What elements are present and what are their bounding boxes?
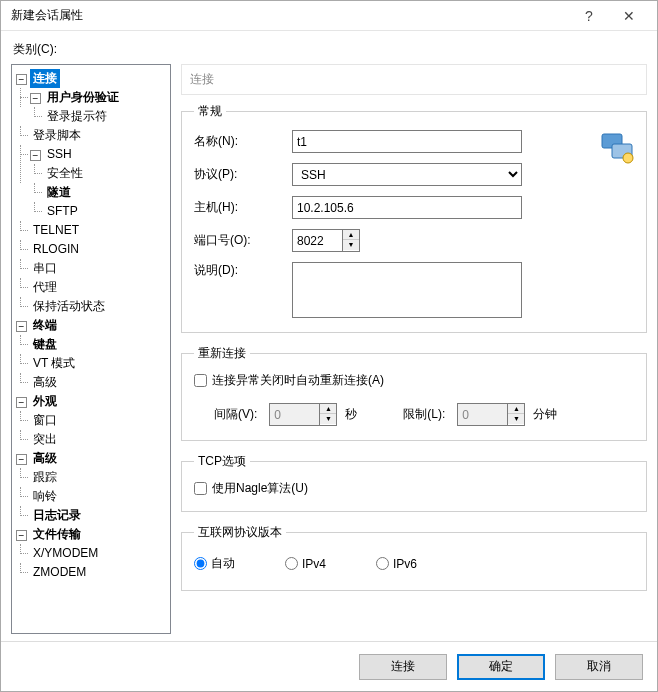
tree-filetransfer[interactable]: 文件传输	[30, 525, 84, 544]
tree-window[interactable]: 窗口	[30, 411, 60, 430]
limit-label: 限制(L):	[403, 406, 445, 423]
desc-label: 说明(D):	[194, 262, 284, 279]
tree-appearance[interactable]: 外观	[30, 392, 60, 411]
ok-button[interactable]: 确定	[457, 654, 545, 680]
category-label: 类别(C):	[13, 41, 647, 58]
panel-title: 连接	[181, 64, 647, 95]
tree-rlogin[interactable]: RLOGIN	[30, 240, 82, 259]
auto-reconnect-label: 连接异常关闭时自动重新连接(A)	[212, 372, 384, 389]
tree-login-script[interactable]: 登录脚本	[30, 126, 84, 145]
tree-telnet[interactable]: TELNET	[30, 221, 82, 240]
port-input[interactable]	[292, 229, 342, 252]
expand-icon[interactable]: −	[16, 74, 27, 85]
ipversion-legend: 互联网协议版本	[194, 524, 286, 541]
tree-serial[interactable]: 串口	[30, 259, 60, 278]
dialog-title: 新建会话属性	[11, 7, 569, 24]
tree-trace[interactable]: 跟踪	[30, 468, 60, 487]
limit-stepper: ▲▼	[457, 403, 525, 426]
desc-textarea[interactable]	[292, 262, 522, 318]
tree-logging[interactable]: 日志记录	[30, 506, 84, 525]
ip-v4-radio[interactable]: IPv4	[285, 557, 326, 571]
tree-tunnel[interactable]: 隧道	[44, 183, 74, 202]
tree-keepalive[interactable]: 保持活动状态	[30, 297, 108, 316]
spin-up-icon[interactable]: ▲	[343, 230, 359, 240]
tree-security[interactable]: 安全性	[44, 164, 86, 183]
session-icon	[598, 128, 638, 168]
port-stepper[interactable]: ▲▼	[292, 229, 360, 252]
protocol-select[interactable]: SSH	[292, 163, 522, 186]
port-label: 端口号(O):	[194, 232, 284, 249]
tree-advanced[interactable]: 高级	[30, 449, 60, 468]
help-icon[interactable]: ?	[569, 8, 609, 24]
nagle-label: 使用Nagle算法(U)	[212, 480, 308, 497]
spin-down-icon[interactable]: ▼	[343, 240, 359, 250]
tree-ssh[interactable]: SSH	[44, 145, 75, 164]
interval-label: 间隔(V):	[214, 406, 257, 423]
spin-down-icon: ▼	[320, 414, 336, 424]
host-input[interactable]	[292, 196, 522, 219]
tree-login-prompt[interactable]: 登录提示符	[44, 107, 110, 126]
tcp-group: TCP选项 使用Nagle算法(U)	[181, 453, 647, 512]
tree-auth[interactable]: 用户身份验证	[44, 88, 122, 107]
general-group: 常规 名称(N): 协议(P): SSH 主机	[181, 103, 647, 333]
expand-icon[interactable]: −	[16, 454, 27, 465]
ip-v6-radio[interactable]: IPv6	[376, 557, 417, 571]
interval-unit: 秒	[345, 406, 357, 423]
tree-connection[interactable]: 连接	[30, 69, 60, 88]
tree-bell[interactable]: 响铃	[30, 487, 60, 506]
tree-highlight[interactable]: 突出	[30, 430, 60, 449]
spin-down-icon: ▼	[508, 414, 524, 424]
spin-up-icon: ▲	[320, 404, 336, 414]
interval-stepper: ▲▼	[269, 403, 337, 426]
ipversion-group: 互联网协议版本 自动 IPv4 IPv6	[181, 524, 647, 591]
host-label: 主机(H):	[194, 199, 284, 216]
interval-input	[269, 403, 319, 426]
name-label: 名称(N):	[194, 133, 284, 150]
category-tree[interactable]: −连接 −用户身份验证 登录提示符 登录脚本 −SSH 安全性 隧道	[11, 64, 171, 634]
tree-advanced-term[interactable]: 高级	[30, 373, 60, 392]
tree-vt[interactable]: VT 模式	[30, 354, 78, 373]
limit-input	[457, 403, 507, 426]
expand-icon[interactable]: −	[16, 321, 27, 332]
tree-sftp[interactable]: SFTP	[44, 202, 81, 221]
ip-auto-radio[interactable]: 自动	[194, 555, 235, 572]
tree-zmodem[interactable]: ZMODEM	[30, 563, 89, 582]
expand-icon[interactable]: −	[30, 150, 41, 161]
general-legend: 常规	[194, 103, 226, 120]
reconnect-group: 重新连接 连接异常关闭时自动重新连接(A) 间隔(V): ▲▼ 秒 限制(L	[181, 345, 647, 441]
expand-icon[interactable]: −	[16, 397, 27, 408]
tree-keyboard[interactable]: 键盘	[30, 335, 60, 354]
titlebar: 新建会话属性 ? ✕	[1, 1, 657, 31]
connect-button[interactable]: 连接	[359, 654, 447, 680]
protocol-label: 协议(P):	[194, 166, 284, 183]
limit-unit: 分钟	[533, 406, 557, 423]
svg-point-2	[623, 153, 633, 163]
tcp-legend: TCP选项	[194, 453, 250, 470]
expand-icon[interactable]: −	[16, 530, 27, 541]
close-icon[interactable]: ✕	[609, 8, 649, 24]
nagle-checkbox[interactable]	[194, 482, 207, 495]
dialog-footer: 连接 确定 取消	[1, 641, 657, 691]
auto-reconnect-checkbox[interactable]	[194, 374, 207, 387]
expand-icon[interactable]: −	[30, 93, 41, 104]
name-input[interactable]	[292, 130, 522, 153]
tree-xymodem[interactable]: X/YMODEM	[30, 544, 101, 563]
reconnect-legend: 重新连接	[194, 345, 250, 362]
tree-proxy[interactable]: 代理	[30, 278, 60, 297]
cancel-button[interactable]: 取消	[555, 654, 643, 680]
spin-up-icon: ▲	[508, 404, 524, 414]
tree-terminal[interactable]: 终端	[30, 316, 60, 335]
